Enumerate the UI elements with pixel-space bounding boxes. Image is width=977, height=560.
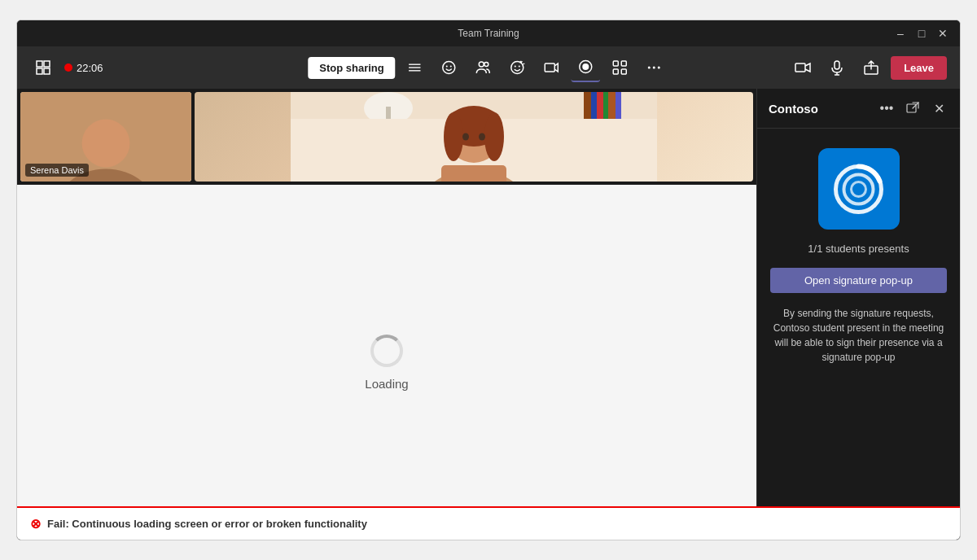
loading-spinner	[370, 335, 403, 367]
reactions-icon	[510, 59, 526, 76]
svg-rect-20	[614, 69, 619, 74]
popout-icon	[906, 102, 919, 115]
svg-point-22	[648, 67, 651, 69]
svg-point-40	[81, 118, 130, 167]
stop-sharing-button[interactable]: Stop sharing	[308, 57, 395, 79]
recording-time: 22:06	[77, 62, 103, 74]
leave-button[interactable]: Leave	[891, 56, 947, 80]
toolbar-center-section: Stop sharing	[308, 53, 668, 82]
svg-point-60	[462, 133, 469, 141]
svg-point-11	[484, 63, 488, 67]
svg-rect-34	[158, 92, 164, 115]
toolbar-right-section: Leave	[788, 53, 947, 82]
svg-point-10	[480, 62, 484, 67]
svg-point-8	[446, 66, 448, 68]
svg-rect-31	[20, 92, 191, 116]
apps-icon	[612, 59, 629, 76]
svg-point-42	[111, 137, 117, 145]
other-video-avatar	[291, 92, 657, 182]
svg-point-59	[484, 112, 504, 161]
panel-more-button[interactable]: •••	[877, 98, 896, 118]
panel-description: By sending the signature requests, Conto…	[770, 306, 947, 365]
svg-point-24	[658, 67, 660, 69]
main-area: Serena Davis	[17, 89, 960, 540]
svg-rect-3	[44, 68, 50, 74]
svg-rect-49	[591, 92, 597, 119]
emoji-button[interactable]	[435, 53, 464, 82]
panel-close-button[interactable]: ✕	[929, 98, 949, 118]
fail-banner: ⊗ Fail: Continuous loading screen or err…	[17, 506, 960, 540]
more-icon	[646, 59, 663, 76]
self-video-label: Serena Davis	[25, 164, 89, 177]
svg-rect-18	[614, 61, 619, 66]
fail-icon: ⊗	[30, 516, 41, 532]
panel-popout-button[interactable]	[903, 98, 922, 118]
mic-icon	[829, 59, 845, 76]
minimize-button[interactable]: –	[893, 26, 908, 41]
loading-area: Loading	[17, 185, 756, 540]
maximize-button[interactable]: □	[914, 26, 929, 41]
video-content-area: Serena Davis	[17, 89, 756, 540]
window-title: Team Training	[458, 28, 519, 39]
grid-icon	[35, 59, 51, 76]
share-tray-button[interactable]	[857, 53, 886, 82]
svg-rect-26	[835, 61, 839, 69]
svg-rect-53	[616, 92, 621, 119]
svg-point-41	[94, 137, 101, 145]
app-icon-container	[818, 148, 900, 230]
menu-icon	[408, 60, 423, 75]
meeting-toolbar: 22:06 Stop sharing	[17, 46, 960, 89]
other-video-tile	[195, 92, 753, 182]
record-icon	[578, 59, 594, 75]
svg-rect-21	[622, 69, 627, 74]
svg-point-13	[515, 66, 516, 68]
svg-rect-1	[44, 61, 50, 67]
svg-rect-5	[410, 67, 421, 68]
svg-rect-15	[545, 63, 555, 72]
svg-point-23	[653, 67, 655, 69]
recording-indicator: 22:06	[64, 62, 103, 74]
title-bar: Team Training – □ ✕	[17, 20, 960, 46]
apps-button[interactable]	[606, 53, 635, 82]
open-signature-popup-button[interactable]: Open signature pop-up	[770, 268, 947, 293]
svg-point-61	[479, 133, 485, 141]
svg-rect-52	[608, 92, 616, 119]
share-button[interactable]	[537, 53, 567, 82]
svg-rect-19	[622, 61, 627, 66]
students-count: 1/1 students presents	[808, 243, 909, 255]
share-icon	[544, 59, 560, 76]
contoso-logo-icon	[832, 163, 885, 216]
svg-rect-48	[584, 92, 591, 119]
fail-text: Fail: Continuous loading screen or error…	[47, 518, 367, 530]
panel-title: Contoso	[769, 102, 818, 116]
reactions-button[interactable]	[503, 53, 532, 82]
close-button[interactable]: ✕	[935, 26, 950, 41]
emoji-icon	[441, 59, 458, 76]
share-tray-icon	[863, 59, 879, 76]
svg-rect-36	[168, 92, 174, 115]
window-controls: – □ ✕	[893, 26, 950, 41]
panel-header-actions: ••• ✕	[877, 98, 949, 118]
svg-rect-25	[795, 63, 805, 72]
people-button[interactable]	[469, 53, 498, 82]
record-button[interactable]	[572, 53, 601, 82]
menu-button[interactable]	[401, 53, 430, 82]
camera-button[interactable]	[788, 53, 817, 82]
camera-icon	[795, 59, 811, 76]
grid-view-button[interactable]	[30, 55, 56, 81]
svg-rect-6	[410, 70, 421, 71]
more-button[interactable]	[640, 53, 669, 82]
svg-point-17	[583, 63, 589, 70]
svg-rect-62	[441, 165, 506, 182]
svg-point-66	[852, 182, 866, 196]
svg-point-7	[443, 62, 455, 74]
svg-point-9	[450, 66, 452, 68]
mic-button[interactable]	[822, 53, 852, 82]
panel-body: 1/1 students presents Open signature pop…	[757, 129, 960, 540]
svg-rect-32	[147, 92, 153, 115]
svg-rect-50	[597, 92, 603, 119]
loading-text: Loading	[365, 377, 408, 391]
svg-point-14	[519, 66, 520, 68]
panel-header: Contoso ••• ✕	[757, 89, 960, 129]
svg-point-65	[844, 174, 874, 203]
